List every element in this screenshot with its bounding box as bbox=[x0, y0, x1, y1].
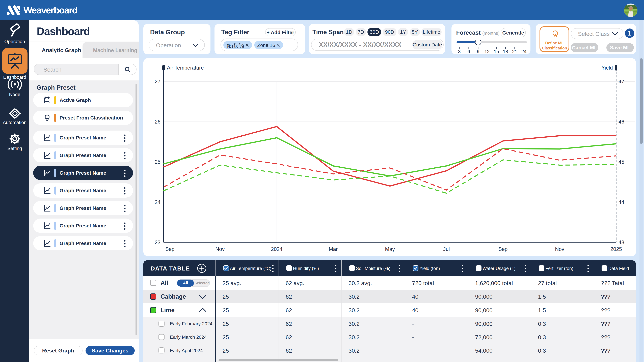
svg-text:2024: 2024 bbox=[271, 246, 282, 252]
svg-text:46: 46 bbox=[618, 119, 624, 125]
svg-text:25: 25 bbox=[155, 159, 160, 165]
svg-text:27: 27 bbox=[155, 79, 160, 84]
svg-text:9: 9 bbox=[477, 49, 480, 53]
svg-text:45: 45 bbox=[618, 159, 624, 165]
svg-text:12: 12 bbox=[484, 49, 490, 53]
svg-text:18: 18 bbox=[503, 49, 508, 53]
svg-text:Yield: Yield bbox=[602, 65, 613, 71]
svg-text:Nov: Nov bbox=[215, 246, 225, 252]
svg-text:Sep: Sep bbox=[498, 246, 508, 252]
svg-text:47: 47 bbox=[618, 79, 624, 84]
svg-text:May: May bbox=[385, 246, 395, 252]
svg-text:23: 23 bbox=[155, 240, 160, 245]
svg-text:24: 24 bbox=[155, 199, 160, 205]
svg-text:43: 43 bbox=[618, 240, 624, 245]
svg-text:Mar: Mar bbox=[329, 246, 338, 252]
svg-text:26: 26 bbox=[155, 119, 160, 125]
svg-text:2025: 2025 bbox=[610, 246, 622, 252]
svg-text:21: 21 bbox=[512, 49, 517, 53]
svg-text:3: 3 bbox=[458, 49, 461, 53]
svg-text:Jul: Jul bbox=[443, 246, 450, 252]
svg-text:Nov: Nov bbox=[555, 246, 564, 252]
svg-text:15: 15 bbox=[494, 49, 499, 53]
svg-text:6: 6 bbox=[468, 49, 470, 53]
svg-text:Air Temperature: Air Temperature bbox=[167, 65, 204, 71]
svg-text:44: 44 bbox=[618, 199, 624, 205]
svg-text:24: 24 bbox=[521, 49, 526, 53]
svg-text:Sep: Sep bbox=[165, 246, 174, 252]
